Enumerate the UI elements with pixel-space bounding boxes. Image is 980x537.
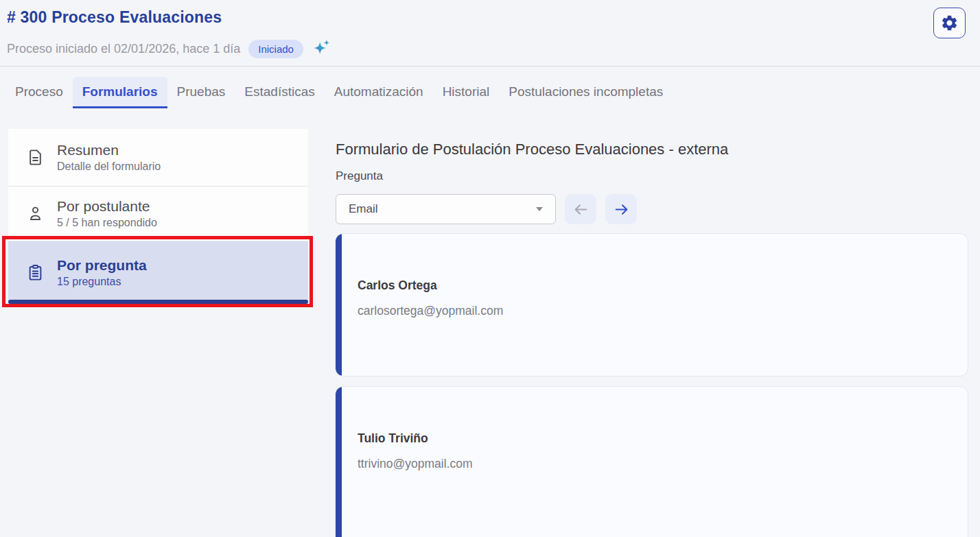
sidebar-item-title: Por postulante [57, 198, 157, 215]
process-subtitle-row: Proceso iniciado el 02/01/2026, hace 1 d… [7, 38, 332, 59]
page: { "header": { "title": "# 300 Proceso Ev… [0, 0, 980, 537]
question-controls: Email [336, 194, 637, 224]
tab-proceso[interactable]: Proceso [5, 77, 73, 108]
sidebar-item-subtitle: 15 preguntas [57, 276, 147, 288]
person-icon [26, 204, 45, 223]
form-title: Formulario de Postulación Proceso Evalua… [336, 141, 728, 158]
previous-question-button[interactable] [565, 194, 596, 224]
question-select[interactable]: Email [336, 194, 556, 224]
status-badge: Iniciado [248, 40, 303, 58]
sidebar-item-por-pregunta[interactable]: Por pregunta 15 preguntas [8, 241, 308, 304]
applicant-name: Tulio Triviño [358, 431, 428, 446]
page-title: # 300 Proceso Evaluaciones [7, 8, 222, 27]
sidebar-item-subtitle: Detalle del formulario [57, 160, 161, 173]
applicant-answer: carlosortega@yopmail.com [358, 304, 503, 318]
question-label: Pregunta [336, 169, 383, 183]
clipboard-icon [26, 263, 45, 282]
form-views-sidebar: Resumen Detalle del formulario Por postu… [8, 129, 308, 304]
answer-card: Carlos Ortega carlosortega@yopmail.com [335, 233, 968, 377]
question-select-value: Email [349, 202, 378, 216]
answer-card: Tulio Triviño ttrivino@yopmail.com [335, 386, 968, 537]
card-accent-bar [336, 234, 342, 376]
sidebar-item-title: Resumen [57, 142, 161, 158]
tab-estadisticas[interactable]: Estadísticas [235, 77, 324, 108]
document-icon [26, 148, 45, 167]
next-question-button[interactable] [605, 194, 637, 224]
tab-pruebas[interactable]: Pruebas [167, 77, 235, 108]
tab-formularios[interactable]: Formularios [73, 77, 167, 108]
sidebar-item-resumen[interactable]: Resumen Detalle del formulario [8, 129, 308, 187]
arrow-left-icon [572, 201, 590, 218]
sparkle-icon [312, 38, 332, 59]
card-accent-bar [336, 387, 342, 537]
applicant-answer: ttrivino@yopmail.com [358, 457, 473, 471]
arrow-right-icon [613, 201, 630, 218]
sidebar-item-subtitle: 5 / 5 han respondido [57, 217, 157, 229]
process-start-text: Proceso iniciado el 02/01/2026, hace 1 d… [7, 42, 240, 56]
applicant-name: Carlos Ortega [358, 278, 437, 293]
sidebar-item-por-postulante[interactable]: Por postulante 5 / 5 han respondido [8, 187, 308, 241]
selected-indicator-bar [8, 300, 308, 304]
main-content: Formulario de Postulación Proceso Evalua… [336, 0, 968, 537]
chevron-down-icon [536, 207, 543, 211]
sidebar-item-title: Por pregunta [57, 257, 147, 274]
